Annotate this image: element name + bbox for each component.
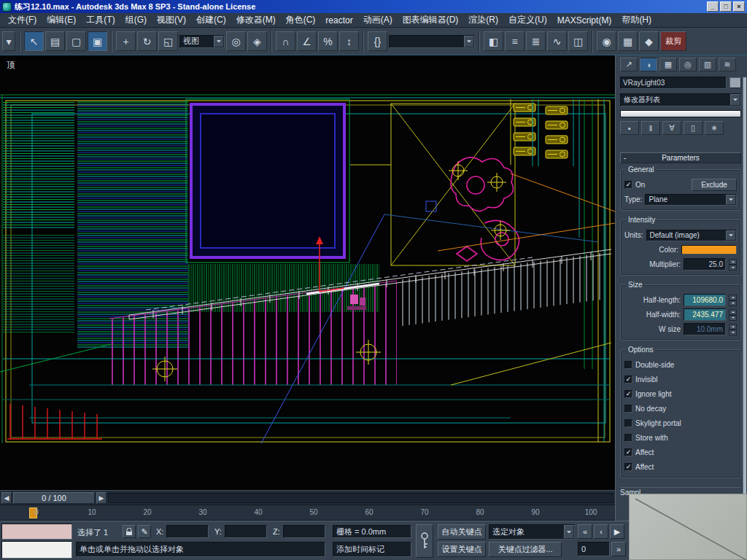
schematic-view-icon[interactable]: ◫ (568, 31, 588, 51)
previous-frame-icon[interactable]: ‹ (594, 524, 608, 539)
option-double-side-checkbox[interactable] (624, 361, 632, 369)
time-slider[interactable]: 0 / 100 (13, 492, 95, 504)
reference-coordinate-dropdown[interactable]: 视图 (179, 35, 225, 48)
minimize-icon[interactable]: _ (707, 1, 719, 12)
snap-toggle-icon[interactable]: ∩ (276, 31, 295, 51)
menu-animation[interactable]: 动画(A) (358, 12, 398, 28)
exclude-button[interactable]: Exclude (692, 179, 737, 191)
select-and-move-icon[interactable]: + (116, 31, 136, 51)
menu-customize[interactable]: 自定义(U) (503, 12, 552, 28)
configure-modifier-sets-icon[interactable]: ∗ (705, 121, 724, 135)
viewport-canvas[interactable] (0, 55, 615, 490)
multiplier-field[interactable]: 25.0 (684, 258, 726, 271)
select-by-name-icon[interactable]: ▤ (45, 31, 65, 51)
select-object-icon[interactable]: ↖ (24, 31, 44, 51)
maximize-icon[interactable]: □ (720, 1, 732, 12)
menu-file[interactable]: 文件(F) (3, 12, 42, 28)
use-pivot-center-icon[interactable]: ◎ (226, 31, 246, 51)
menu-help[interactable]: 帮助(H) (616, 12, 657, 28)
units-dropdown[interactable]: Default (image) (646, 230, 737, 241)
maxscript-mini-listener-input[interactable] (1, 541, 72, 559)
menu-reactor[interactable]: reactor (320, 14, 357, 27)
option-affect-specular-checkbox[interactable]: ✓ (624, 463, 632, 471)
title-bar[interactable]: 练习12.10.max - Autodesk 3ds Max 8 SP3 - S… (0, 0, 747, 13)
option-ignore-light-checkbox[interactable]: ✓ (624, 390, 632, 398)
render-scene-icon[interactable]: ▦ (618, 31, 638, 51)
layer-manager-icon[interactable]: ≣ (526, 31, 546, 51)
menu-edit[interactable]: 编辑(E) (42, 12, 81, 28)
light-color-swatch[interactable] (681, 245, 737, 254)
selection-filter-dropdown[interactable]: 选定对象 (489, 524, 575, 540)
half-width-spinner[interactable] (729, 309, 737, 321)
w-size-spinner[interactable] (729, 324, 737, 335)
spinner-snap-icon[interactable]: ↕ (339, 31, 359, 51)
remove-modifier-icon[interactable]: ▯ (684, 121, 703, 135)
menu-graph-editors[interactable]: 图表编辑器(D) (398, 12, 464, 28)
object-name-field[interactable]: VRayLight03 (620, 77, 727, 89)
go-to-end-icon[interactable]: » (611, 542, 626, 556)
z-coordinate-field[interactable] (283, 525, 325, 538)
align-icon[interactable]: ≡ (505, 31, 525, 51)
menu-maxscript[interactable]: MAXScript(M) (552, 14, 617, 27)
modifier-stack[interactable] (620, 110, 741, 117)
select-and-rotate-icon[interactable]: ↻ (137, 31, 157, 51)
object-color-swatch[interactable] (729, 77, 741, 88)
add-time-tag[interactable]: 添加时间标记 (333, 542, 411, 557)
named-selection-dropdown[interactable] (389, 35, 475, 48)
maxscript-mini-listener[interactable] (1, 524, 72, 540)
x-coordinate-field[interactable] (166, 525, 209, 538)
toolbar-flyout-icon[interactable]: ▾ (2, 31, 15, 51)
half-length-spinner[interactable] (729, 295, 737, 306)
viewport-top[interactable]: 顶 (0, 55, 615, 490)
selection-region-icon[interactable]: ▢ (66, 31, 86, 51)
chevron-down-icon[interactable] (464, 36, 474, 47)
menu-group[interactable]: 组(G) (120, 12, 152, 28)
type-dropdown[interactable]: Plane (645, 194, 737, 206)
current-frame-field[interactable]: 0 (578, 542, 610, 556)
option-store-with-checkbox[interactable] (624, 434, 632, 442)
absolute-offset-icon[interactable]: ✎ (138, 525, 151, 538)
parameters-rollout[interactable]: - Parameters (620, 152, 741, 163)
chevron-down-icon[interactable] (214, 36, 224, 47)
chevron-down-icon[interactable] (730, 94, 740, 106)
set-key-icon[interactable] (416, 524, 433, 558)
half-width-field[interactable]: 2435.477 (684, 308, 726, 321)
option-invisible-checkbox[interactable]: ✓ (624, 376, 632, 384)
menu-modifiers[interactable]: 修改器(M) (231, 12, 281, 28)
menu-views[interactable]: 视图(V) (152, 12, 191, 28)
select-and-scale-icon[interactable]: ◱ (158, 31, 178, 51)
menu-tools[interactable]: 工具(T) (81, 12, 120, 28)
tab-modify-icon[interactable]: ◑ (640, 58, 657, 71)
play-icon[interactable]: ▶ (610, 524, 624, 539)
select-and-manipulate-icon[interactable]: ◈ (247, 31, 267, 51)
percent-snap-icon[interactable]: % (318, 31, 338, 51)
option-affect-diffuse-checkbox[interactable]: ✓ (624, 448, 632, 456)
tab-utilities-icon[interactable]: ≋ (719, 58, 736, 71)
menu-create[interactable]: 创建(C) (191, 12, 231, 28)
option-no-decay-checkbox[interactable] (624, 405, 632, 413)
frame-forward-icon[interactable]: ▶ (96, 492, 107, 504)
time-ruler[interactable]: 0 10 20 30 40 50 60 70 80 90 100 (0, 505, 615, 521)
tab-display-icon[interactable]: ▥ (699, 58, 716, 71)
set-keys-button[interactable]: 设置关键点 (438, 542, 486, 557)
crop-render-button[interactable]: 裁剪 (660, 31, 686, 51)
key-filters-button[interactable]: 关键点过滤器... (489, 542, 562, 557)
panel-scrollbar[interactable] (743, 77, 746, 521)
make-unique-icon[interactable]: ∀ (662, 121, 681, 135)
auto-key-button[interactable]: 自动关键点 (438, 524, 486, 540)
frame-back-icon[interactable]: ◀ (1, 492, 12, 504)
named-selection-sets-icon[interactable]: {} (368, 31, 387, 51)
multiplier-spinner[interactable] (729, 259, 737, 271)
mirror-icon[interactable]: ◧ (484, 31, 503, 51)
time-slider-track[interactable] (108, 493, 614, 503)
menu-rendering[interactable]: 渲染(R) (463, 12, 503, 28)
material-editor-icon[interactable]: ◉ (597, 31, 616, 51)
option-skylight-portal-checkbox[interactable] (624, 419, 632, 427)
quick-render-icon[interactable]: ◆ (639, 31, 659, 51)
go-to-start-icon[interactable]: « (578, 524, 592, 539)
modifier-list-dropdown[interactable]: 修改器列表 (620, 93, 741, 106)
tab-create-icon[interactable]: ↗ (620, 58, 638, 71)
window-crossing-icon[interactable]: ▣ (88, 31, 107, 51)
chevron-down-icon[interactable] (564, 525, 574, 539)
on-checkbox[interactable]: ✓ (624, 181, 632, 189)
